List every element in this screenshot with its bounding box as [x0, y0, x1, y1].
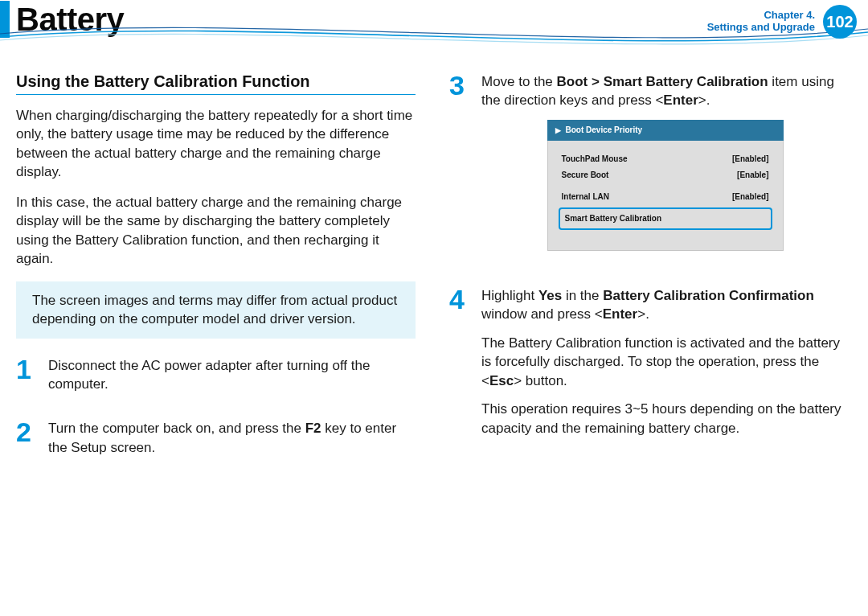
section-line: Settings and Upgrade [707, 22, 815, 34]
step-body: Move to the Boot > Smart Battery Calibra… [481, 72, 849, 270]
page-title: Battery [16, 2, 124, 38]
page-header: Battery Chapter 4. Settings and Upgrade … [0, 0, 868, 48]
section-heading: Using the Battery Calibration Function [16, 72, 416, 95]
step-1-text: Disconnect the AC power adapter after tu… [48, 356, 416, 394]
header-right-meta: Chapter 4. Settings and Upgrade 102 [707, 5, 857, 39]
step-3-text: Move to the Boot > Smart Battery Calibra… [481, 72, 849, 110]
step-3: 3 Move to the Boot > Smart Battery Calib… [449, 72, 849, 270]
triangle-right-icon: ▶ [555, 125, 561, 135]
bios-row: Secure Boot [Enable] [559, 168, 772, 183]
left-column: Using the Battery Calibration Function W… [16, 72, 416, 483]
step-1: 1 Disconnect the AC power adapter after … [16, 356, 416, 404]
content-columns: Using the Battery Calibration Function W… [0, 48, 868, 483]
step-number: 4 [449, 286, 470, 447]
step-4: 4 Highlight Yes in the Battery Calibrati… [449, 286, 849, 447]
page-number-badge: 102 [823, 5, 857, 39]
title-accent-block [0, 1, 10, 38]
step-body: Highlight Yes in the Battery Calibration… [481, 286, 849, 447]
bios-row: Internal LAN [Enabled] [559, 190, 772, 204]
intro-para-2: In this case, the actual battery charge … [16, 193, 416, 269]
step-2: 2 Turn the computer back on, and press t… [16, 419, 416, 466]
bios-selected-item: Smart Battery Calibration [559, 207, 772, 230]
step-4-line-1: Highlight Yes in the Battery Calibration… [481, 286, 849, 324]
step-number: 3 [449, 72, 470, 270]
step-number: 1 [16, 356, 37, 404]
bios-header-text: Boot Device Priority [566, 125, 643, 136]
step-body: Disconnect the AC power adapter after tu… [48, 356, 416, 404]
step-body: Turn the computer back on, and press the… [48, 419, 416, 466]
bios-body: TouchPad Mouse [Enabled] Secure Boot [En… [547, 141, 784, 233]
right-column: 3 Move to the Boot > Smart Battery Calib… [449, 72, 849, 483]
step-2-text: Turn the computer back on, and press the… [48, 419, 416, 457]
note-box: The screen images and terms may differ f… [16, 281, 416, 339]
step-4-para-2: The Battery Calibration function is acti… [481, 334, 849, 390]
step-4-para-3: This operation requires 3~5 hours depend… [481, 400, 849, 437]
chapter-line: Chapter 4. [707, 10, 815, 22]
bios-header: ▶ Boot Device Priority [547, 120, 784, 141]
title-bar: Battery [0, 0, 124, 39]
step-number: 2 [16, 419, 37, 466]
chapter-meta: Chapter 4. Settings and Upgrade [707, 10, 815, 34]
intro-para-1: When charging/discharging the battery re… [16, 106, 416, 182]
bios-screenshot: ▶ Boot Device Priority TouchPad Mouse [E… [547, 120, 784, 251]
bios-row: TouchPad Mouse [Enabled] [559, 152, 772, 166]
